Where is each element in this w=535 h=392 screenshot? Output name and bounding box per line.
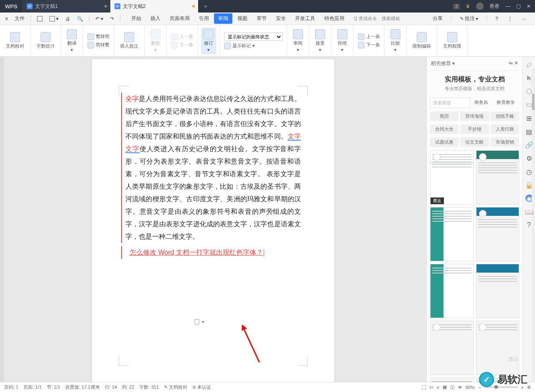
tab-doc2[interactable]: W 文字文稿2: [110, 0, 198, 13]
tab-doc1[interactable]: W 文字文稿1: [23, 0, 110, 13]
menu-tab-layout[interactable]: 页面布局: [166, 13, 194, 24]
lock-icon[interactable]: 🔒: [525, 181, 533, 189]
chevron-up-icon[interactable]: ︿: [519, 13, 529, 24]
chip-contract[interactable]: 合同大全: [430, 124, 459, 134]
menu-tab-review[interactable]: 审阅: [214, 13, 232, 24]
save-icon-2[interactable]: ▾: [47, 14, 61, 23]
more-icon[interactable]: ⋮: [505, 14, 515, 23]
chip-resume[interactable]: 简历: [430, 111, 459, 121]
chip-marketing[interactable]: 市场营销: [491, 137, 519, 147]
trad-to-simp-button[interactable]: 简转繁: [87, 41, 110, 49]
display-state-select[interactable]: 显示标记的最终状态: [223, 32, 283, 41]
compare-button[interactable]: 比较▾: [388, 28, 403, 54]
user-avatar[interactable]: [476, 3, 484, 10]
menu-tab-devtools[interactable]: 开发工具: [291, 13, 319, 24]
menu-tab-section[interactable]: 章节: [252, 13, 271, 24]
template-item[interactable]: [476, 207, 520, 261]
help-icon[interactable]: ?: [493, 14, 501, 23]
status-col[interactable]: 列: 22: [122, 384, 134, 390]
restrict-edit-button[interactable]: 限制编辑: [410, 30, 433, 51]
next-change-button[interactable]: 下一条: [357, 41, 381, 49]
status-page[interactable]: 页面: 1/1: [23, 384, 41, 390]
reject-button[interactable]: 拒绝▾: [335, 28, 350, 54]
document-page[interactable]: 文字是人类用符号记录表达信息以传之久远的方式和工具。现代文字大多是记录语言的工具…: [92, 59, 334, 382]
menu-tab-security[interactable]: 安全: [272, 13, 290, 24]
review-pane-button[interactable]: 审阅▾: [290, 28, 306, 54]
status-line[interactable]: 行: 14: [105, 384, 117, 390]
document-area[interactable]: 文字是人类用符号记录表达信息以传之久远的方式和工具。现代文字大多是记录语言的工具…: [0, 57, 426, 382]
translate-button[interactable]: 翻译▾: [64, 28, 79, 54]
category-tab-education[interactable]: 教育教学: [492, 98, 519, 108]
template-item[interactable]: [430, 264, 474, 318]
command-search[interactable]: Q 查找命令、搜索模板: [354, 15, 400, 22]
status-setting[interactable]: 设置值: 17.2厘米: [65, 384, 100, 390]
template-item[interactable]: 最近: [430, 150, 474, 205]
template-item[interactable]: [476, 321, 520, 375]
help-strip-icon[interactable]: ?: [525, 221, 533, 229]
fullscreen-icon[interactable]: ⛶: [421, 385, 426, 390]
accept-button[interactable]: 接受▾: [313, 28, 328, 54]
refresh-icon[interactable]: [525, 88, 533, 95]
word-count-button[interactable]: 字数统计: [34, 30, 57, 51]
menu-tab-special[interactable]: 特色应用: [320, 13, 349, 24]
hamburger-icon[interactable]: ≡: [3, 14, 10, 23]
chip-thesis[interactable]: 论文文献: [460, 137, 489, 147]
pencil-icon[interactable]: [525, 61, 533, 68]
simp-to-trad-button[interactable]: 繁转简: [87, 33, 110, 40]
prev-change-button[interactable]: 上一条: [357, 33, 381, 40]
maximize-icon[interactable]: ▢: [516, 3, 521, 9]
template-item[interactable]: [476, 150, 520, 205]
category-tab-business[interactable]: 商务风: [470, 98, 492, 108]
view-read-icon[interactable]: ◫: [450, 384, 454, 390]
grid-icon[interactable]: ⊞: [525, 114, 533, 122]
template-search-input[interactable]: 搜索模板: [430, 98, 470, 108]
panel-controls[interactable]: ⇋ ✕: [509, 60, 518, 67]
shapes-icon[interactable]: [525, 101, 533, 109]
tab-add-button[interactable]: ＋: [198, 3, 213, 10]
tools-icon[interactable]: ⚙: [525, 154, 533, 162]
status-section[interactable]: 节: 1/1: [47, 384, 60, 390]
menu-tab-start[interactable]: 开始: [127, 13, 145, 24]
status-proof[interactable]: ✎ 文档校对: [164, 384, 187, 390]
palette-icon[interactable]: ▤: [525, 128, 533, 135]
eye-icon[interactable]: 👁: [458, 385, 462, 390]
chip-poster[interactable]: 宣传海报: [460, 111, 489, 121]
comment-button[interactable]: ✎ 批注 ▾: [457, 13, 481, 24]
paragraph-handle[interactable]: ▾: [194, 319, 204, 325]
cursor-icon[interactable]: [525, 74, 533, 82]
view-page-icon[interactable]: ▭: [429, 384, 433, 390]
revise-button[interactable]: 修订▾: [201, 28, 216, 54]
zoom-value[interactable]: 80%: [466, 385, 475, 390]
status-auth[interactable]: ⊘ 未认证: [192, 384, 211, 390]
doc-proof-button[interactable]: 文档校对: [3, 30, 27, 51]
redo-icon[interactable]: ↷: [107, 14, 117, 23]
chip-exam[interactable]: 试题试卷: [430, 137, 459, 147]
notification-badge[interactable]: 2: [453, 4, 460, 9]
undo-icon[interactable]: ↶ ▾: [93, 14, 106, 23]
template-item[interactable]: [476, 264, 520, 318]
chip-newspaper[interactable]: 手抄报: [460, 124, 489, 134]
clock-icon[interactable]: ◷: [525, 168, 533, 175]
chip-hr[interactable]: 人资行政: [491, 124, 519, 134]
paragraph-1[interactable]: 文字是人类用符号记录表达信息以传之久远的方式和工具。现代文字大多是记录语言的工具…: [121, 93, 301, 243]
minimize-icon[interactable]: —: [505, 3, 510, 9]
template-item[interactable]: [430, 377, 474, 382]
chip-letter[interactable]: 信纸手账: [491, 111, 519, 121]
doc-permission-button[interactable]: 文档权限: [441, 30, 464, 51]
paragraph-2[interactable]: 怎么修改 Word 文档一打字就出现红色字体？: [121, 246, 301, 259]
print-icon[interactable]: 🖨: [63, 14, 73, 23]
template-item[interactable]: [430, 207, 474, 261]
prev-comment-button[interactable]: 上一条: [170, 33, 194, 40]
view-web-icon[interactable]: ▦: [443, 384, 447, 390]
menu-tab-insert[interactable]: 插入: [146, 13, 165, 24]
file-menu[interactable]: 文件: [12, 13, 27, 24]
panel-title-small[interactable]: 稻壳推荐 ▾: [431, 60, 455, 67]
show-markup-button[interactable]: 显示标记 ▾: [223, 42, 256, 50]
link-icon[interactable]: 🔗: [525, 141, 533, 149]
book-icon[interactable]: 📖: [525, 208, 533, 215]
delete-comment-button[interactable]: 删除▾: [148, 28, 163, 54]
share-button[interactable]: 分享: [430, 13, 445, 24]
insert-comment-button[interactable]: 插入批注: [117, 30, 141, 51]
preview-icon[interactable]: 🔍: [74, 14, 86, 23]
status-chars[interactable]: 字数: 311: [139, 384, 158, 390]
